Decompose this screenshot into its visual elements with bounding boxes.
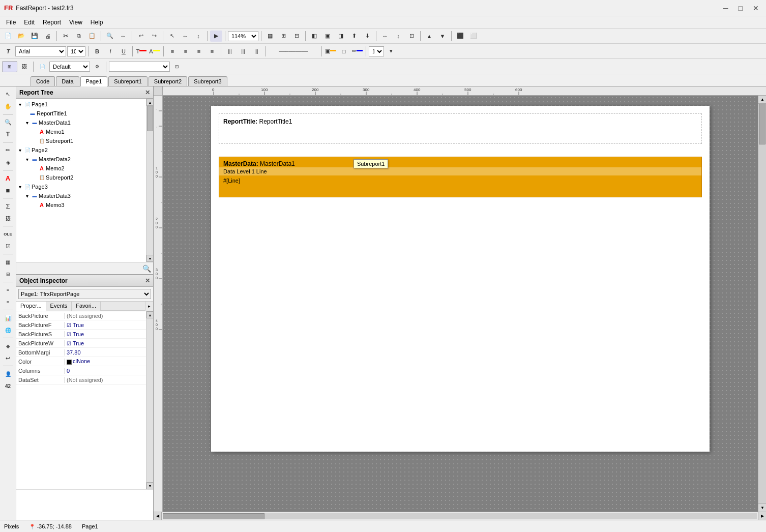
align-left-btn[interactable]: ◧: [308, 31, 320, 42]
line-spacing2[interactable]: |||: [237, 46, 249, 57]
grid2-btn[interactable]: ⊞: [277, 31, 289, 42]
prop-row-backpictures[interactable]: BackPictureS ☑ True: [16, 330, 153, 339]
tree-toggle-page1[interactable]: ▾: [16, 102, 23, 107]
move-btn[interactable]: ↔: [179, 31, 191, 42]
globe-tool[interactable]: 🌐: [2, 324, 14, 336]
canvas-viewport[interactable]: ReportTitle: ReportTitle1 MasterData: Ma…: [163, 96, 758, 512]
title-bar-controls[interactable]: ─ □ ✕: [720, 3, 762, 13]
prop-row-bottommargi[interactable]: BottomMargi 37.80: [16, 348, 153, 357]
sum-tool[interactable]: Σ: [2, 200, 14, 212]
text-tool[interactable]: T: [2, 129, 14, 140]
canvas-vscroll-thumb[interactable]: [759, 104, 765, 144]
tree-item-masterdata1[interactable]: ▾ ▬ MasterData1: [16, 118, 153, 127]
checkbox-backpicturew[interactable]: ☑: [67, 341, 71, 346]
align-left-text[interactable]: ≡: [166, 46, 179, 57]
save-button[interactable]: 💾: [28, 31, 41, 42]
select-btn[interactable]: ↖: [166, 31, 178, 42]
font-name-select[interactable]: Arial: [15, 46, 66, 56]
tree-toggle-page2[interactable]: ▾: [16, 147, 23, 153]
list-tool[interactable]: ≡: [2, 284, 14, 295]
line-width-select[interactable]: 1: [369, 46, 384, 56]
tab-subreport1[interactable]: Subreport1: [108, 76, 147, 86]
height-same-btn[interactable]: ↕: [392, 31, 404, 42]
data-img-btn[interactable]: 🖼: [18, 61, 31, 72]
page-select[interactable]: Default: [49, 62, 90, 72]
image-tool[interactable]: 🖼: [2, 213, 14, 224]
tree-toggle-md3[interactable]: ▾: [23, 193, 31, 199]
tree-scrollbar[interactable]: ▲ ▼: [146, 99, 153, 262]
replace-button[interactable]: ↔: [117, 31, 129, 42]
line-spacing3[interactable]: |||: [250, 46, 262, 57]
size-same-btn[interactable]: ⊡: [405, 31, 418, 42]
line-width-dropdown[interactable]: ▾: [385, 46, 397, 57]
tree-toggle-page3[interactable]: ▾: [16, 184, 23, 190]
report-tree-close[interactable]: ✕: [145, 89, 150, 96]
cut-button[interactable]: ✂: [60, 31, 72, 42]
oi-tab-favorites[interactable]: Favori...: [72, 302, 101, 311]
tab-subreport2[interactable]: Subreport2: [149, 76, 187, 86]
line-spacing1[interactable]: |||: [224, 46, 236, 57]
checkbox-backpictures[interactable]: ☑: [67, 332, 71, 337]
chart-tool[interactable]: 📊: [2, 312, 14, 323]
tab-page1[interactable]: Page1: [80, 76, 108, 86]
align-right-text[interactable]: ≡: [193, 46, 205, 57]
diamond-tool[interactable]: ◆: [2, 340, 14, 351]
redo-button[interactable]: ↪: [148, 31, 160, 42]
prop-row-dataset[interactable]: DataSet (Not assigned) ▾: [16, 375, 153, 385]
tree-item-memo1[interactable]: A Memo1: [16, 127, 153, 136]
font-color-button[interactable]: T: [135, 46, 148, 57]
highlight-button[interactable]: A: [149, 46, 161, 57]
font-size-select[interactable]: 10: [67, 46, 85, 56]
master-data-band[interactable]: MasterData: MasterData1 Data Level 1 Lin…: [219, 157, 702, 197]
align-center-text[interactable]: ≡: [180, 46, 192, 57]
width-same-btn[interactable]: ↔: [379, 31, 391, 42]
ungroup-btn[interactable]: ⬜: [467, 31, 480, 42]
table-tool[interactable]: ▦: [2, 256, 14, 268]
tree-search-icon[interactable]: 🔍: [142, 264, 151, 273]
prop-row-backpicture[interactable]: BackPicture (Not assigned) ▲: [16, 311, 153, 320]
minimize-button[interactable]: ─: [720, 3, 731, 13]
canvas-vscrollbar[interactable]: ▲ ▼: [758, 96, 766, 512]
tree-item-memo2[interactable]: A Memo2: [16, 164, 153, 173]
pen-color-button[interactable]: ✏: [351, 46, 363, 57]
ole-tool[interactable]: OLE: [2, 228, 14, 240]
italic-button[interactable]: I: [104, 46, 116, 57]
data-mode-btn[interactable]: ⊞: [2, 61, 17, 72]
tab-data[interactable]: Data: [56, 76, 79, 86]
paste-button[interactable]: 📋: [86, 31, 98, 42]
tree-item-reporttitle1[interactable]: ▬ ReportTitle1: [16, 109, 153, 118]
oi-tab-properties[interactable]: Proper...: [16, 302, 46, 311]
bold-button[interactable]: B: [91, 46, 103, 57]
print-button[interactable]: 🖨: [42, 31, 54, 42]
bring-front-btn[interactable]: ▲: [423, 31, 435, 42]
menu-file[interactable]: File: [2, 18, 20, 27]
tree-scroll-track[interactable]: [146, 106, 153, 255]
tree-item-page1[interactable]: ▾ 📄 Page1: [16, 100, 153, 109]
preview-btn[interactable]: ▶: [210, 31, 222, 42]
align-bottom-btn[interactable]: ⬇: [361, 31, 373, 42]
tree-item-masterdata2[interactable]: ▾ ▬ MasterData2: [16, 155, 153, 164]
grid-btn[interactable]: ▦: [264, 31, 276, 42]
prop-row-backpicturef[interactable]: BackPictureF ☑ True: [16, 320, 153, 330]
menu-help[interactable]: Help: [86, 18, 107, 27]
canvas-hscroll-track[interactable]: [163, 513, 757, 519]
hand-tool[interactable]: ✋: [2, 101, 14, 112]
tree-scroll-down[interactable]: ▼: [146, 255, 153, 262]
zoom-select[interactable]: 114%: [228, 31, 258, 41]
canvas-vscroll-track[interactable]: [758, 104, 766, 504]
fill-color-button[interactable]: ▣: [325, 46, 337, 57]
find-button[interactable]: 🔍: [104, 31, 116, 42]
fill-tool[interactable]: ◈: [2, 157, 14, 168]
oi-close[interactable]: ✕: [145, 277, 150, 284]
prop-row-backpicturew[interactable]: BackPictureW ☑ True: [16, 339, 153, 348]
oi-tabs-scroll[interactable]: ▸: [145, 302, 153, 311]
text-a-tool[interactable]: A: [2, 172, 14, 184]
new-button[interactable]: 📄: [2, 31, 14, 42]
tree-item-subreport2[interactable]: 📋 Subreport2: [16, 173, 153, 182]
canvas-scroll-down-btn[interactable]: ▼: [758, 504, 766, 512]
draw-tool[interactable]: ✏: [2, 144, 14, 156]
menu-view[interactable]: View: [65, 18, 86, 27]
canvas-hscroll-thumb[interactable]: [163, 513, 264, 519]
align-top-btn[interactable]: ⬆: [348, 31, 360, 42]
oi-scroll-track[interactable]: [146, 318, 153, 482]
